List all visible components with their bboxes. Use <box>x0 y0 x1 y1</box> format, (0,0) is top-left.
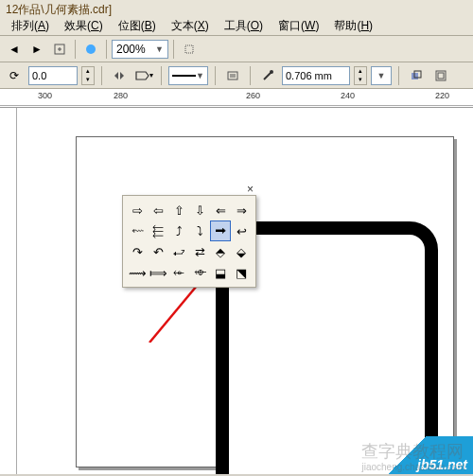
shape-option[interactable]: ⟿ <box>127 262 148 283</box>
export-button[interactable] <box>49 39 70 60</box>
outline-width-dropdown[interactable]: ▼ <box>371 66 392 85</box>
menu-help[interactable]: 帮助(H) <box>326 16 380 36</box>
x-position-input[interactable]: 0.0 <box>28 66 78 85</box>
window-titlebar: 12作品\几何素描.cdr] <box>0 0 473 17</box>
perfect-shapes-flyout: × ⇨⇦⇧⇩⇐⇒⬳⬱⤴⤵⮕↩↷↶⮐⇄⬘⬙⟿⟾⬰⬲⬓⬔ <box>122 195 256 288</box>
canvas[interactable]: × ⇨⇦⇧⇩⇐⇒⬳⬱⤴⤵⮕↩↷↶⮐⇄⬘⬙⟿⟾⬰⬲⬓⬔ jb51.net 查字典教… <box>0 108 473 474</box>
app-launcher-button[interactable] <box>80 39 101 60</box>
watermark-main: 查字典教程网 <box>361 440 464 463</box>
shape-option[interactable]: ↩ <box>231 220 252 241</box>
behind-fill-button[interactable] <box>406 65 427 86</box>
menu-shape[interactable]: 排列(A) <box>4 16 57 36</box>
mirror-h-button[interactable] <box>109 65 130 86</box>
svg-rect-10 <box>438 73 444 79</box>
shape-option[interactable]: ⬘ <box>210 241 231 262</box>
shape-option[interactable]: ⤴ <box>168 220 189 241</box>
svg-rect-2 <box>185 45 193 53</box>
rotate-button[interactable]: ⟳ <box>4 65 25 86</box>
shape-option[interactable]: ⬙ <box>231 241 252 262</box>
outline-width-input[interactable]: 0.706 mm <box>282 66 350 85</box>
wrap-text-button[interactable] <box>222 65 243 86</box>
shape-option[interactable]: ⬰ <box>168 262 189 283</box>
perfect-shape-button[interactable]: ▾ <box>133 65 154 86</box>
x-spinner[interactable]: ▴▾ <box>81 66 95 85</box>
shape-option[interactable]: ⬱ <box>148 220 168 241</box>
shape-option[interactable]: ↷ <box>127 241 148 262</box>
outline-width-spinner[interactable]: ▴▾ <box>354 66 367 85</box>
ruler-horizontal: 300 280 260 240 220 <box>0 89 473 108</box>
menu-effect[interactable]: 效果(C) <box>57 16 111 36</box>
shape-option[interactable]: ⮐ <box>168 241 189 262</box>
shape-option[interactable]: ⮕ <box>210 220 231 241</box>
shape-option[interactable]: ⬔ <box>231 262 252 283</box>
menu-window[interactable]: 窗口(W) <box>271 16 326 36</box>
property-bar: ⟳ 0.0 ▴▾ ▾ ▼ 0.706 mm ▴▾ ▼ <box>0 62 473 89</box>
shape-option[interactable]: ⬲ <box>189 262 210 283</box>
shape-option[interactable]: ⇨ <box>127 200 148 220</box>
outline-pen-icon <box>257 65 278 86</box>
menu-bitmap[interactable]: 位图(B) <box>111 16 164 36</box>
watermark-sub: jiaocheng.chazidian.com <box>361 462 465 472</box>
svg-point-1 <box>86 44 96 54</box>
shape-option[interactable]: ⇦ <box>148 200 168 220</box>
shape-option[interactable]: ⤵ <box>189 220 210 241</box>
shape-option[interactable]: ⇐ <box>210 200 231 220</box>
snap-button[interactable] <box>179 39 200 60</box>
title-text: 12作品\几何素描.cdr] <box>6 3 112 16</box>
shape-option[interactable]: ⇒ <box>231 200 252 220</box>
outline-style-select[interactable]: ▼ <box>168 66 208 85</box>
ruler-vertical <box>0 108 17 474</box>
shape-option[interactable]: ↶ <box>148 241 168 262</box>
standard-toolbar: ◄ ► 200%▼ <box>0 36 473 62</box>
shape-option[interactable]: ⬓ <box>210 262 231 283</box>
menu-text[interactable]: 文本(X) <box>164 16 217 36</box>
shape-option[interactable]: ⇩ <box>189 200 210 220</box>
scale-outline-button[interactable] <box>430 65 451 86</box>
shape-option[interactable]: ⇄ <box>189 241 210 262</box>
shape-option[interactable]: ⟾ <box>148 262 168 283</box>
close-icon[interactable]: × <box>247 183 254 196</box>
menubar: 排列(A) 效果(C) 位图(B) 文本(X) 工具(O) 窗口(W) 帮助(H… <box>0 17 473 36</box>
svg-point-6 <box>270 70 273 74</box>
shape-option[interactable]: ⇧ <box>168 200 189 220</box>
svg-rect-3 <box>228 72 237 79</box>
zoom-level-select[interactable]: 200%▼ <box>112 40 168 59</box>
nav-fwd-button[interactable]: ► <box>26 39 47 60</box>
shape-option[interactable]: ⬳ <box>127 220 148 241</box>
menu-tools[interactable]: 工具(O) <box>217 16 271 36</box>
nav-back-button[interactable]: ◄ <box>4 39 25 60</box>
